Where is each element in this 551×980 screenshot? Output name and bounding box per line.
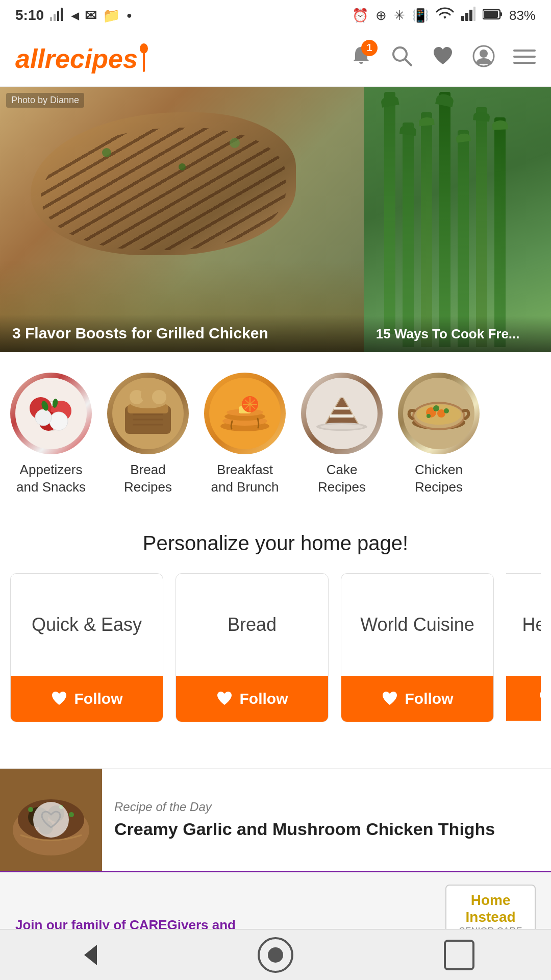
heart-icon-world-cuisine (382, 691, 398, 707)
category-label-cake: Cake Recipes (318, 461, 366, 496)
back-button[interactable] (71, 935, 112, 975)
hero-caption-1: 3 Flavor Boosts for Grilled Chicken (0, 314, 364, 352)
bottom-navigation (0, 929, 551, 980)
category-circle-appetizers (10, 373, 92, 454)
follow-button-bread[interactable]: Follow (176, 676, 328, 722)
add-icon: ⊕ (375, 8, 387, 23)
category-item-chicken[interactable]: Chicken Recipes (398, 373, 480, 496)
battery-icon (483, 8, 502, 23)
svg-point-11 (140, 43, 148, 54)
alarm-icon: ⏰ (352, 8, 368, 23)
category-label-chicken: Chicken Recipes (415, 461, 463, 496)
svg-point-55 (320, 424, 363, 429)
recipe-save-button[interactable] (33, 802, 69, 838)
app-logo[interactable]: allrecipes (15, 43, 149, 74)
svg-rect-6 (469, 10, 472, 21)
category-item-bread[interactable]: Bread Recipes (107, 373, 189, 496)
wifi-icon (436, 7, 454, 24)
svg-rect-7 (473, 7, 475, 21)
svg-point-38 (152, 390, 166, 404)
category-item-cake[interactable]: Cake Recipes (301, 373, 383, 496)
svg-point-26 (35, 409, 52, 426)
follow-card-title-healthy: Hea... (506, 574, 541, 676)
folder-icon: 📁 (103, 7, 120, 24)
follow-card-title-bread: Bread (176, 574, 328, 676)
photo-credit: Photo by Dianne (6, 93, 84, 108)
logo-text: allrecipes (15, 43, 138, 74)
recipe-of-day-thumbnail (0, 769, 102, 871)
nav-icons-group: 1 (350, 45, 536, 72)
svg-point-73 (69, 812, 74, 817)
mail-icon: ✉ (85, 7, 96, 24)
category-item-breakfast[interactable]: Breakfast and Brunch (204, 373, 286, 496)
ad-logo-name: HomeInstead (456, 892, 525, 926)
svg-rect-5 (465, 13, 468, 21)
heart-icon-quick-easy (51, 691, 67, 707)
time-display: 5:10 (15, 7, 44, 23)
follow-card-healthy-partial[interactable]: Hea... (506, 573, 541, 722)
category-circle-chicken (398, 373, 480, 454)
heart-icon-bread (216, 691, 233, 707)
follow-card-title-quick-easy: Quick & Easy (11, 574, 163, 676)
signal-bars-icon (461, 7, 475, 24)
follow-card-quick-easy[interactable]: Quick & Easy Follow (10, 573, 163, 722)
category-label-breakfast: Breakfast and Brunch (211, 461, 279, 496)
recent-apps-button[interactable] (439, 935, 480, 975)
svg-rect-4 (461, 16, 464, 21)
dot-icon: ● (127, 10, 132, 21)
svg-rect-12 (143, 53, 145, 72)
follow-button-healthy[interactable] (506, 676, 541, 721)
follow-label-world-cuisine: Follow (405, 690, 454, 707)
bluetooth-icon: ✳ (394, 8, 405, 23)
signal-icon (50, 7, 65, 24)
hero-carousel[interactable]: Photo by Dianne 3 Flavor Boosts for Gril… (0, 87, 551, 352)
svg-point-16 (480, 50, 488, 58)
categories-section: Appetizers and Snacks Bread Rec (0, 352, 551, 506)
hero-card-1[interactable]: Photo by Dianne 3 Flavor Boosts for Gril… (0, 87, 364, 352)
category-item-appetizers[interactable]: Appetizers and Snacks (10, 373, 92, 496)
svg-line-14 (405, 59, 411, 65)
follow-cards-scroll: Quick & Easy Follow Bread Follow World C… (10, 573, 541, 722)
notification-badge: 1 (361, 40, 378, 56)
hero-card-2[interactable]: 15 Ways To Cook Fre... (364, 87, 551, 352)
status-right: ⏰ ⊕ ✳ 📳 83% (352, 7, 536, 24)
svg-point-25 (49, 412, 68, 430)
follow-card-world-cuisine[interactable]: World Cuisine Follow (341, 573, 494, 722)
recipe-of-day-text[interactable]: Recipe of the Day Creamy Garlic and Mush… (102, 790, 551, 849)
follow-card-bread[interactable]: Bread Follow (176, 573, 329, 722)
recipe-of-day-section[interactable]: Recipe of the Day Creamy Garlic and Mush… (0, 768, 551, 871)
heart-icon-healthy (539, 690, 541, 706)
categories-scroll: Appetizers and Snacks Bread Rec (10, 373, 541, 496)
profile-button[interactable] (472, 45, 495, 72)
search-button[interactable] (391, 45, 413, 72)
hero-caption-2: 15 Ways To Cook Fre... (364, 316, 551, 352)
category-label-appetizers: Appetizers and Snacks (16, 461, 86, 496)
svg-point-63 (433, 405, 439, 411)
personalize-title: Personalize your home page! (10, 532, 541, 555)
follow-label-quick-easy: Follow (74, 690, 123, 707)
follow-button-world-cuisine[interactable]: Follow (341, 676, 493, 722)
recipe-of-day-title: Creamy Garlic and Mushroom Chicken Thigh… (114, 819, 539, 839)
status-bar: 5:10 ◂ ✉ 📁 ● ⏰ ⊕ ✳ 📳 83% (0, 0, 551, 31)
follow-label-bread: Follow (240, 690, 288, 707)
home-button[interactable] (255, 935, 296, 975)
follow-button-quick-easy[interactable]: Follow (11, 676, 163, 722)
favorites-button[interactable] (432, 45, 454, 72)
svg-rect-9 (500, 12, 502, 16)
logo-spoon-icon (139, 43, 149, 74)
status-left: 5:10 ◂ ✉ 📁 ● (15, 7, 132, 24)
recipe-of-day-label: Recipe of the Day (114, 800, 539, 814)
menu-button[interactable] (513, 46, 536, 71)
battery-percent: 83% (509, 8, 536, 23)
category-circle-cake (301, 373, 383, 454)
vibrate-icon: 📳 (412, 8, 429, 23)
app-header: allrecipes 1 (0, 31, 551, 87)
follow-card-title-world-cuisine: World Cuisine (341, 574, 493, 676)
notification-bell-button[interactable]: 1 (350, 45, 372, 72)
category-label-bread: Bread Recipes (124, 461, 172, 496)
category-circle-bread (107, 373, 189, 454)
svg-rect-10 (484, 11, 498, 18)
nav-icon-status: ◂ (71, 7, 79, 24)
svg-point-64 (444, 408, 449, 413)
svg-marker-75 (84, 945, 97, 965)
